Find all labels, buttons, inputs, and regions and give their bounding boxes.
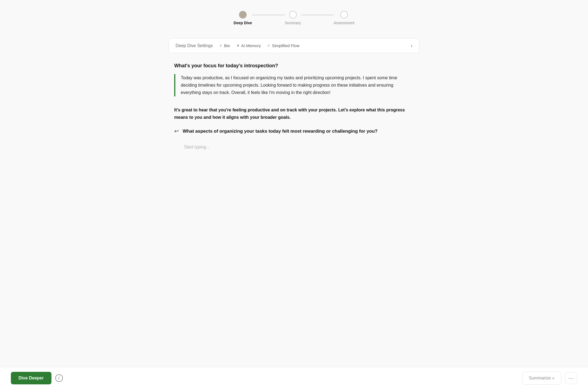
step-assessment[interactable]: Assessment: [334, 11, 354, 25]
step-summary[interactable]: Summary: [285, 11, 301, 25]
bottom-left: Dive Deeper i: [11, 372, 63, 384]
settings-label-bio: Bio: [224, 43, 230, 48]
summarize-button[interactable]: Summarize »: [522, 372, 561, 385]
check-icon-simplified-flow: ✓: [267, 44, 270, 48]
settings-item-simplified-flow[interactable]: ✓ Simplified Flow: [267, 43, 299, 48]
step-label-summary: Summary: [285, 21, 301, 25]
progress-steps: Deep Dive Summary Assessment: [169, 11, 419, 25]
bottom-right: Summarize » ···: [522, 372, 577, 385]
ai-response-text: It's great to hear that you're feeling p…: [174, 106, 414, 121]
step-label-assessment: Assessment: [334, 21, 354, 25]
reply-icon: ↩: [174, 128, 179, 134]
follow-up-text: What aspects of organizing your tasks to…: [183, 127, 378, 135]
settings-label-ai-memory: AI Memory: [241, 43, 261, 48]
settings-chevron-icon[interactable]: ›: [411, 43, 412, 48]
settings-bar: Deep Dive Settings ✓ Bio ✕ AI Memory ✓ S…: [169, 38, 419, 53]
settings-item-ai-memory[interactable]: ✕ AI Memory: [237, 43, 261, 48]
user-response-block: Today was productive, as I focused on or…: [174, 74, 414, 96]
x-icon-ai-memory: ✕: [237, 44, 240, 48]
info-icon-label: i: [59, 376, 60, 380]
more-options-button[interactable]: ···: [565, 372, 577, 384]
settings-label-simplified-flow: Simplified Flow: [272, 43, 299, 48]
bottom-bar: Dive Deeper i Summarize » ···: [0, 367, 588, 389]
dive-deeper-button[interactable]: Dive Deeper: [11, 372, 51, 384]
info-icon-button[interactable]: i: [55, 374, 63, 382]
user-response-text: Today was productive, as I focused on or…: [181, 74, 414, 96]
step-label-deep-dive: Deep Dive: [234, 21, 252, 25]
settings-item-bio[interactable]: ✓ Bio: [219, 43, 230, 48]
content-area: What's your focus for today's introspect…: [169, 63, 419, 153]
step-deep-dive[interactable]: Deep Dive: [234, 11, 252, 25]
settings-left: Deep Dive Settings ✓ Bio ✕ AI Memory ✓ S…: [176, 43, 299, 48]
step-circle-summary: [289, 11, 297, 19]
step-circle-deep-dive: [239, 11, 247, 19]
connector-2: [301, 15, 334, 15]
settings-title: Deep Dive Settings: [176, 43, 213, 48]
question-heading: What's your focus for today's introspect…: [174, 63, 414, 69]
typing-area[interactable]: Start typing...: [174, 141, 414, 153]
typing-placeholder: Start typing...: [184, 145, 210, 149]
check-icon-bio: ✓: [219, 44, 222, 48]
step-circle-assessment: [340, 11, 348, 19]
connector-1: [252, 15, 285, 15]
ai-response-block: It's great to hear that you're feeling p…: [174, 106, 414, 121]
follow-up-question-block: ↩ What aspects of organizing your tasks …: [174, 127, 414, 135]
more-icon: ···: [568, 375, 574, 381]
